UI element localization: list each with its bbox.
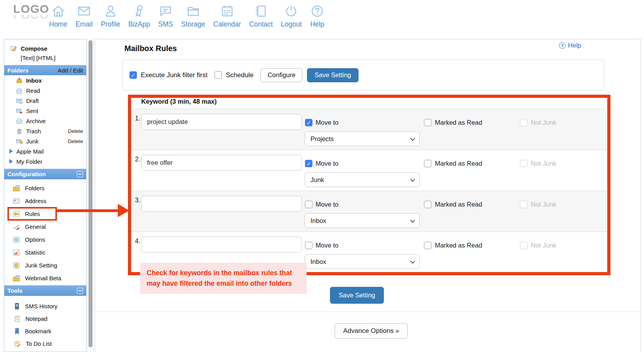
chevron-down-icon	[410, 258, 415, 264]
keyword-input-1[interactable]	[141, 114, 302, 130]
configure-button[interactable]: Configure	[261, 68, 303, 82]
general-icon	[13, 224, 20, 230]
folder-select-1[interactable]: Projects	[305, 131, 420, 146]
keyword-rules-table: Keyword (3 min, 48 max) 1. Move to Proje…	[129, 94, 607, 273]
folders-section-header: Folders Add / Edit	[4, 65, 86, 75]
logout-icon	[284, 4, 298, 18]
sidebar-item-my-folder[interactable]: My Folder	[4, 156, 86, 166]
marked-as-read-checkbox-4[interactable]	[424, 242, 431, 249]
nav-storage[interactable]: Storage	[181, 4, 205, 28]
page-title: Mailbox Rules	[124, 44, 177, 53]
top-navigation: Home Email Profile BizApp SMS Storage Ca…	[49, 4, 325, 28]
not-junk-label: Not Junk	[531, 242, 556, 249]
trash-delete-link[interactable]: Delete	[68, 128, 86, 134]
sidebar-item-trash[interactable]: Trash Delete	[4, 126, 86, 136]
sidebar-item-cfg-folders[interactable]: Folders	[4, 182, 86, 195]
nav-help[interactable]: Help	[310, 4, 325, 28]
storage-icon	[186, 4, 200, 18]
sidebar-item-notepad[interactable]: Notepad	[4, 312, 86, 325]
scrollbar-thumb[interactable]	[89, 40, 92, 347]
rule-number: 4.	[135, 237, 140, 245]
folders-add-edit-link[interactable]: Add / Edit	[58, 67, 83, 74]
nav-contact[interactable]: Contact	[249, 4, 273, 28]
save-setting-button-bottom[interactable]: Save Setting	[330, 287, 384, 304]
sidebar-item-read[interactable]: Read	[4, 85, 86, 96]
sidebar-item-rules[interactable]: Rules	[4, 207, 86, 220]
inbox-icon	[16, 77, 23, 84]
rule-number: 2.	[135, 156, 140, 163]
sidebar-item-junk[interactable]: Junk Delete	[4, 136, 86, 146]
folder-select-value: Junk	[310, 176, 324, 184]
save-setting-button-top[interactable]: Save Setting	[307, 68, 358, 82]
marked-as-read-checkbox-3[interactable]	[424, 201, 431, 208]
junk-delete-link[interactable]: Delete	[68, 138, 86, 144]
sidebar-item-apple-mail[interactable]: Apple Mail	[4, 146, 86, 156]
schedule-checkbox[interactable]	[215, 71, 222, 79]
marked-as-read-checkbox-2[interactable]	[424, 160, 431, 167]
expand-arrow-icon[interactable]	[9, 149, 13, 154]
sidebar-item-sms-history[interactable]: SMS History	[4, 300, 86, 312]
sidebar-item-junk-setting[interactable]: Junk Setting	[4, 259, 86, 272]
folder-select-4[interactable]: Inbox	[305, 254, 420, 269]
sidebar-item-statistic[interactable]: Statistic	[4, 246, 86, 259]
not-junk-checkbox-4	[520, 242, 527, 249]
keyword-table-header: Keyword (3 min, 48 max)	[130, 94, 607, 109]
expand-arrow-icon[interactable]	[9, 159, 13, 164]
bookmark-icon	[14, 328, 20, 334]
move-to-checkbox-3[interactable]	[305, 201, 312, 208]
sidebar-item-partial[interactable]	[4, 350, 86, 352]
nav-calendar[interactable]: Calendar	[213, 4, 241, 28]
rule-number: 1.	[135, 115, 140, 122]
not-junk-checkbox-3	[520, 201, 527, 208]
contact-icon	[254, 4, 268, 18]
collapse-icon[interactable]	[77, 288, 83, 294]
collapse-icon[interactable]	[77, 171, 83, 177]
sidebar-item-bookmark[interactable]: Bookmark	[4, 325, 86, 337]
move-to-checkbox-4[interactable]	[305, 242, 312, 249]
address-icon	[13, 198, 20, 204]
keyword-input-4[interactable]	[141, 237, 302, 253]
nav-email[interactable]: Email	[76, 4, 93, 28]
sidebar-scrollbar[interactable]	[87, 39, 94, 352]
compose-button[interactable]: Compose	[4, 43, 86, 53]
sidebar-item-address[interactable]: Address	[4, 195, 86, 207]
nav-bizapp[interactable]: BizApp	[128, 4, 150, 28]
sidebar-item-inbox[interactable]: Inbox	[4, 75, 86, 85]
junk-filter-checkbox[interactable]	[130, 71, 137, 79]
marked-as-read-label: Marked as Read	[435, 160, 482, 167]
chevron-down-icon	[410, 218, 415, 223]
help-link[interactable]: ? Help	[559, 42, 581, 49]
move-to-label: Move to	[316, 160, 339, 167]
advance-options-button[interactable]: Advance Options »	[335, 323, 408, 339]
marked-as-read-label: Marked as Read	[435, 201, 482, 208]
sidebar-item-options[interactable]: Options	[4, 233, 86, 246]
main-panel: ? Help Mailbox Rules Execute Junk filter…	[95, 39, 641, 352]
move-to-checkbox-2[interactable]	[305, 160, 312, 167]
marked-as-read-checkbox-1[interactable]	[424, 119, 431, 126]
nav-logout[interactable]: Logout	[281, 4, 302, 28]
sidebar-item-to-do-list[interactable]: To Do List	[4, 337, 86, 350]
compose-mode-links[interactable]: [Text] [HTML]	[4, 53, 86, 62]
nav-profile[interactable]: Profile	[101, 4, 120, 28]
sidebar-item-archive[interactable]: Archive	[4, 116, 86, 126]
sidebar-item-webmail-beta[interactable]: Webmail Beta	[4, 272, 86, 285]
sidebar-item-draft[interactable]: Draft	[4, 96, 86, 106]
chevron-down-icon	[410, 177, 415, 182]
keyword-input-2[interactable]	[141, 155, 302, 171]
move-to-checkbox-1[interactable]	[305, 119, 312, 126]
sidebar-item-sent[interactable]: Sent	[4, 106, 86, 116]
folder-select-2[interactable]: Junk	[305, 172, 420, 187]
move-to-label: Move to	[316, 201, 339, 208]
home-icon	[51, 4, 66, 18]
nav-sms[interactable]: SMS	[158, 4, 173, 28]
logo-reflection: LOGO	[12, 15, 51, 21]
nav-home[interactable]: Home	[49, 4, 67, 28]
folder-select-3[interactable]: Inbox	[305, 213, 420, 228]
folder-select-value: Inbox	[310, 217, 326, 225]
rule-number: 3.	[135, 196, 140, 204]
options-icon	[13, 237, 20, 243]
keyword-input-3[interactable]	[141, 196, 302, 212]
sms-icon	[158, 4, 173, 18]
sidebar-item-general[interactable]: General	[4, 220, 86, 233]
marked-as-read-label: Marked as Read	[435, 242, 482, 249]
